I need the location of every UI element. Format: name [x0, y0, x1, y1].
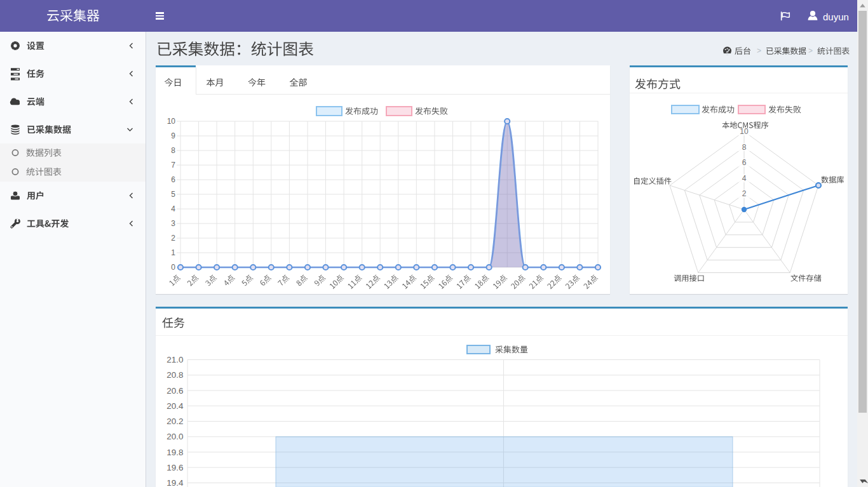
svg-text:20.2: 20.2 — [166, 417, 183, 426]
svg-text:21.0: 21.0 — [166, 355, 183, 364]
svg-text:duyun: duyun — [823, 11, 849, 22]
svg-text:1: 1 — [171, 248, 175, 257]
svg-text:7: 7 — [171, 161, 175, 170]
svg-text:5: 5 — [171, 190, 175, 199]
svg-text:8: 8 — [742, 143, 747, 152]
svg-text:0: 0 — [171, 263, 175, 272]
svg-text:10: 10 — [740, 127, 749, 136]
svg-text:4: 4 — [171, 204, 175, 213]
svg-text:6: 6 — [171, 175, 175, 184]
svg-text:20.0: 20.0 — [166, 432, 183, 441]
svg-text:10: 10 — [167, 117, 176, 126]
svg-text:19.6: 19.6 — [166, 463, 183, 472]
svg-text:>: > — [757, 46, 761, 55]
svg-text:20.4: 20.4 — [166, 401, 184, 411]
svg-text:20.6: 20.6 — [166, 386, 183, 396]
svg-text:19.8: 19.8 — [166, 448, 183, 457]
svg-text:19.4: 19.4 — [166, 478, 184, 487]
svg-text:4: 4 — [742, 174, 747, 183]
svg-text:9: 9 — [171, 131, 175, 140]
svg-text:8: 8 — [171, 146, 175, 155]
svg-text:3: 3 — [171, 219, 175, 228]
svg-text:>: > — [808, 46, 813, 55]
svg-text:2: 2 — [742, 189, 747, 198]
svg-text:2: 2 — [171, 234, 175, 243]
svg-text:20.8: 20.8 — [166, 370, 183, 380]
svg-text:6: 6 — [742, 158, 747, 167]
